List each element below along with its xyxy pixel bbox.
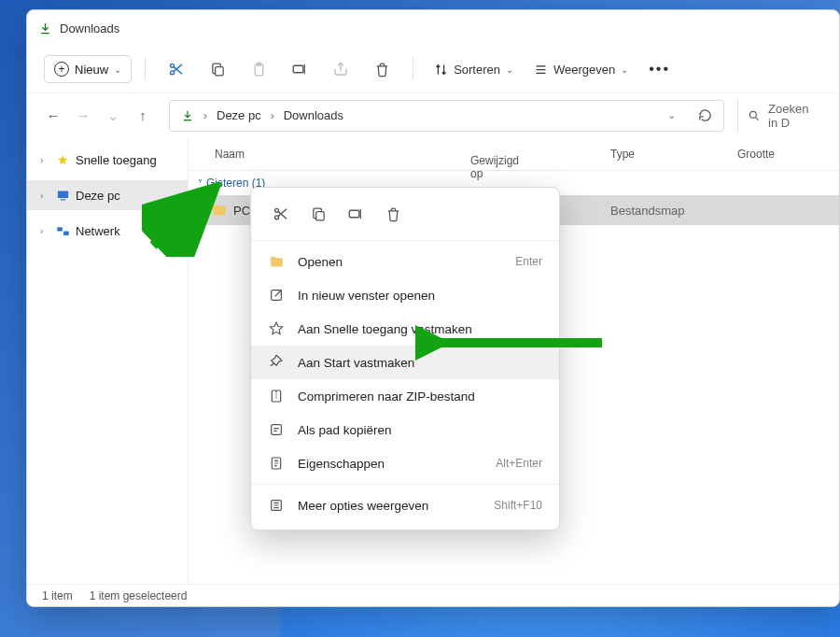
svg-rect-2 [215,66,223,75]
column-name[interactable]: Naam [215,148,245,161]
search-placeholder: Zoeken in D [768,102,817,130]
separator [413,58,413,80]
rename-icon[interactable] [282,52,317,86]
shortcut-label: Alt+Enter [496,457,542,470]
new-window-icon [268,288,285,303]
svg-rect-7 [57,191,67,198]
breadcrumb-item[interactable]: Deze pc [217,108,261,122]
separator [251,484,559,485]
context-item-copy-path[interactable]: Als pad kopiëren [251,413,559,446]
cut-icon[interactable] [264,199,298,229]
new-button[interactable]: + Nieuw ⌄ [44,55,132,83]
sidebar-item-this-pc[interactable]: › Deze pc [27,180,188,210]
status-count: 1 item [42,589,73,602]
chevron-down-icon: ⌄ [114,64,121,75]
delete-icon[interactable] [364,52,399,86]
folder-icon [211,202,228,219]
chevron-right-icon: › [40,226,49,236]
folder-icon [268,254,285,270]
up-button[interactable]: ↑ [130,103,156,129]
column-type[interactable]: Type [610,148,635,161]
sidebar-item-network[interactable]: › Netwerk [27,216,188,246]
network-icon [55,224,70,238]
context-item-label: Aan Start vastmaken [298,356,414,370]
context-item-new-window[interactable]: In nieuw venster openen [251,278,559,312]
window-title: Downloads [60,21,119,35]
context-item-label: Aan Snelle toegang vastmaken [298,322,472,336]
chevron-right-icon: › [40,191,49,201]
separator [251,240,559,241]
svg-rect-13 [315,211,324,219]
context-item-pin-quick-access[interactable]: Aan Snelle toegang vastmaken [251,312,559,346]
title-bar: Downloads [27,10,839,46]
context-item-properties[interactable]: Eigenschappen Alt+Enter [251,446,559,480]
context-item-more-options[interactable]: Meer opties weergeven Shift+F10 [251,488,559,522]
star-icon [268,321,285,336]
copy-icon[interactable] [301,199,335,229]
sidebar-item-quick-access[interactable]: › ★ Snelle toegang [27,145,188,175]
cut-icon[interactable] [159,52,194,86]
download-icon [38,21,52,35]
copy-icon[interactable] [200,52,235,86]
chevron-down-icon[interactable]: ⌄ [667,109,676,121]
chevron-down-icon: ⌄ [621,64,628,75]
paste-icon[interactable] [241,52,276,86]
status-selected: 1 item geselecteerd [90,589,188,602]
sidebar: › ★ Snelle toegang › Deze pc › Netwerk [27,137,188,584]
delete-icon[interactable] [376,199,410,229]
status-bar: 1 item 1 item geselecteerd [27,584,839,606]
breadcrumb-item[interactable]: Downloads [284,108,343,122]
chevron-right-icon: › [203,109,207,122]
download-icon [181,109,194,122]
svg-point-6 [749,111,756,118]
share-icon[interactable] [323,52,358,86]
context-item-compress[interactable]: Comprimeren naar ZIP-bestand [251,379,559,413]
svg-rect-10 [63,231,69,234]
rename-icon[interactable] [339,199,372,229]
view-button[interactable]: Weergeven ⌄ [526,57,636,82]
chevron-right-icon: › [271,109,274,122]
recent-button[interactable]: ⌄ [100,103,126,129]
sort-label: Sorteren [454,63,500,77]
more-button[interactable]: ••• [641,61,678,78]
chevron-down-icon: ⌄ [506,64,513,75]
toolbar: + Nieuw ⌄ Sorteren ⌄ Wee [27,46,839,92]
context-menu: Openen Enter In nieuw venster openen Aan… [250,187,560,531]
context-item-label: Als pad kopiëren [298,423,392,437]
file-type: Bestandsmap [610,204,685,218]
column-headers[interactable]: Naam Gewijzigd op˅ Type Grootte [189,137,839,171]
sidebar-item-label: Snelle toegang [76,153,157,167]
sort-button[interactable]: Sorteren ⌄ [427,57,521,82]
context-item-label: Meer opties weergeven [298,499,428,513]
view-label: Weergeven [553,63,615,77]
context-item-label: In nieuw venster openen [298,289,435,303]
shortcut-label: Enter [515,255,542,268]
column-size[interactable]: Grootte [737,148,775,161]
chevron-right-icon: › [40,155,49,165]
context-item-open[interactable]: Openen Enter [251,245,559,278]
forward-button[interactable]: → [70,103,96,129]
context-item-pin-start[interactable]: Aan Start vastmaken [251,346,559,379]
refresh-icon[interactable] [698,108,712,122]
svg-rect-14 [349,210,359,218]
address-bar-row: ← → ⌄ ↑ › Deze pc › Downloads ⌄ Zoeken i… [27,92,839,137]
separator [145,58,146,80]
back-button[interactable]: ← [40,103,66,129]
properties-icon [268,456,285,471]
plus-icon: + [54,62,69,77]
chevron-down-icon: ˅ [198,178,203,189]
sidebar-item-label: Deze pc [76,189,120,203]
svg-rect-8 [61,199,65,200]
context-item-label: Comprimeren naar ZIP-bestand [298,389,475,403]
svg-rect-9 [57,227,63,231]
more-icon [268,498,285,513]
breadcrumb[interactable]: › Deze pc › Downloads ⌄ [169,100,724,132]
context-item-label: Eigenschappen [298,457,385,471]
svg-rect-5 [293,65,303,73]
new-button-label: Nieuw [75,63,108,77]
context-menu-icon-row [251,195,559,236]
shortcut-label: Shift+F10 [494,499,542,512]
search-input[interactable]: Zoeken in D [737,100,826,132]
copy-path-icon [268,422,285,437]
star-icon: ★ [55,152,70,167]
